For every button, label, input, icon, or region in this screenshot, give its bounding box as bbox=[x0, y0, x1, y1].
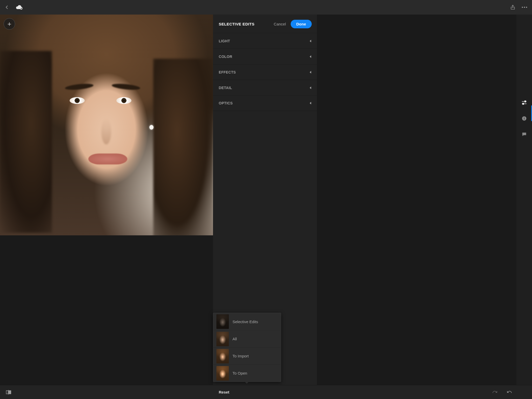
section-label: DETAIL bbox=[219, 86, 232, 90]
section-label: OPTICS bbox=[219, 101, 233, 105]
add-selection-button[interactable]: + bbox=[4, 18, 15, 30]
photo-preview bbox=[0, 15, 213, 235]
cloud-add-icon[interactable] bbox=[16, 5, 23, 10]
done-button[interactable]: Done bbox=[291, 20, 312, 28]
chevron-left-icon bbox=[310, 87, 311, 89]
plus-icon: + bbox=[7, 20, 11, 28]
image-canvas[interactable] bbox=[0, 15, 213, 235]
section-label: COLOR bbox=[219, 55, 232, 59]
cancel-button[interactable]: Cancel bbox=[274, 22, 286, 26]
section-effects[interactable]: EFFECTS bbox=[213, 64, 317, 80]
section-detail[interactable]: DETAIL bbox=[213, 80, 317, 95]
panel-title: SELECTIVE EDITS bbox=[219, 22, 255, 26]
chevron-left-icon bbox=[310, 102, 311, 104]
edit-panel: SELECTIVE EDITS Cancel Done LIGHT COLOR … bbox=[213, 15, 317, 249]
chevron-left-icon bbox=[310, 71, 311, 74]
section-optics[interactable]: OPTICS bbox=[213, 95, 317, 111]
section-label: LIGHT bbox=[219, 39, 230, 43]
top-toolbar bbox=[0, 0, 332, 15]
section-color[interactable]: COLOR bbox=[213, 49, 317, 64]
panel-header: SELECTIVE EDITS Cancel Done bbox=[213, 15, 317, 33]
section-light[interactable]: LIGHT bbox=[213, 33, 317, 49]
chevron-left-icon bbox=[310, 40, 311, 42]
section-label: EFFECTS bbox=[219, 70, 236, 74]
chevron-left-icon bbox=[310, 55, 311, 58]
back-icon[interactable] bbox=[5, 5, 9, 10]
